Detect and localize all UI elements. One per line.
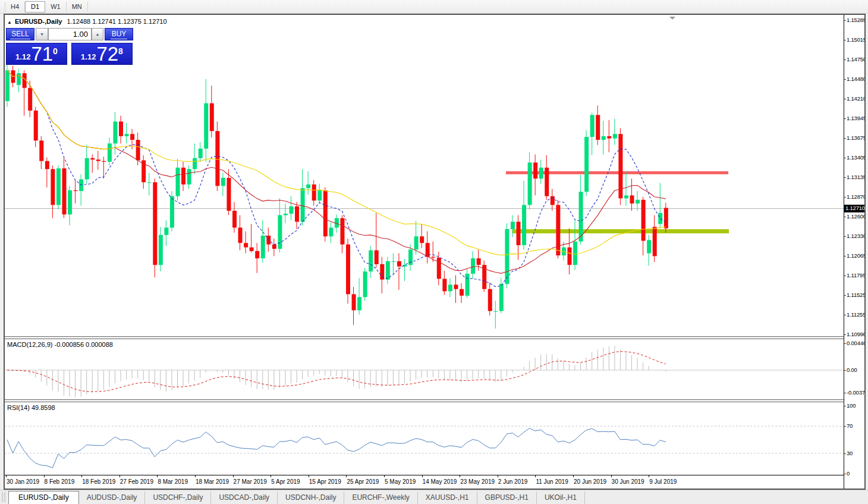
price-scale-label: 1.13945	[844, 115, 864, 123]
macd-label: MACD(12,26,9) -0.000856 0.000088	[7, 341, 113, 348]
chevron-down-icon: ▼	[40, 32, 44, 36]
time-axis-label: 5 May 2019	[385, 478, 416, 485]
sell-price-box[interactable]: 1.12 71 0	[6, 43, 67, 65]
time-axis-tick	[44, 475, 45, 477]
rsi-canvas[interactable]	[5, 402, 844, 475]
bid-price-tag: 1.12710	[844, 205, 864, 212]
rsi-scale-label: 100	[844, 402, 864, 410]
sell-button-label: SELL	[10, 29, 30, 39]
rsi-label: RSI(14) 49.8598	[7, 404, 55, 411]
buy-price-box[interactable]: 1.12 72 8	[71, 43, 133, 65]
price-scale-label: 1.13135	[844, 174, 864, 181]
timeframe-button-mn[interactable]: MN	[67, 2, 88, 12]
chart-tab-usdcad[interactable]: USDCAD-,Daily	[211, 492, 278, 504]
time-axis-tick	[346, 475, 347, 477]
price-scale-label: 1.12065	[844, 252, 864, 260]
rsi-line	[7, 428, 666, 468]
chart-tab-ukoil[interactable]: UKOil-,H1	[537, 492, 585, 504]
chart-tab-eurchf[interactable]: EURCHF-,Weekly	[344, 492, 417, 504]
timeframe-button-d1[interactable]: D1	[25, 1, 45, 12]
time-axis-tick	[157, 475, 158, 477]
macd-scale-label: 0.00	[844, 367, 864, 374]
timeframe-toolbar: H4D1W1MN	[0, 0, 868, 14]
timeframe-button-w1[interactable]: W1	[45, 2, 67, 12]
sell-price-pip: 0	[53, 46, 58, 56]
chart-shift-marker-icon	[669, 17, 675, 20]
price-scale-label: 1.13675	[844, 134, 864, 142]
price-scale-label: 1.15015	[844, 36, 864, 44]
price-scale-label: 1.14480	[844, 76, 864, 83]
time-axis-tick	[119, 475, 120, 477]
timeframe-button-h4[interactable]: H4	[5, 2, 25, 12]
sell-price-digits: 71	[31, 45, 53, 63]
macd-panel: MACD(12,26,9) -0.000856 0.000088	[5, 339, 844, 399]
sell-button[interactable]: SELL	[6, 28, 34, 40]
chart-ohlc-values: 1.12488 1.12741 1.12375 1.12710	[67, 18, 166, 25]
time-axis-tick	[535, 475, 536, 477]
time-axis-label: 23 May 2019	[460, 478, 495, 485]
price-scale-label: 1.11525	[844, 292, 864, 299]
volume-input[interactable]	[48, 28, 92, 40]
time-axis-tick	[6, 475, 7, 477]
price-scale-label: 1.10990	[844, 331, 864, 339]
rsi-panel: RSI(14) 49.8598	[5, 402, 844, 475]
time-axis-tick	[81, 475, 82, 477]
time-axis-tick	[573, 475, 574, 477]
time-axis-label: 15 Apr 2019	[309, 478, 341, 485]
one-click-trading-panel: SELL ▼ ▲ BUY 1.12 71 0 1.12 72 8	[6, 28, 137, 40]
price-panel: ▲EURUSD-,Daily1.12488 1.12741 1.12375 1.…	[5, 15, 844, 336]
price-scale-label: 1.11255	[844, 311, 864, 319]
price-scale[interactable]: 1.152851.150151.147501.144801.142101.139…	[844, 15, 864, 489]
time-axis-label: 8 Mar 2019	[158, 478, 188, 485]
chart-tab-xauusd[interactable]: XAUUSD-,H1	[418, 492, 477, 504]
trade-controls-row: SELL ▼ ▲ BUY	[6, 28, 137, 40]
time-axis-label: 30 Jan 2019	[7, 478, 39, 485]
sell-price-prefix: 1.12	[15, 52, 30, 61]
candles-layer	[5, 63, 668, 328]
time-axis-label: 18 Mar 2019	[196, 478, 229, 485]
buy-button-label: BUY	[111, 29, 128, 39]
time-axis-tick	[271, 475, 271, 477]
chevron-up-icon: ▲	[96, 32, 100, 36]
time-axis-label: 9 Jul 2019	[649, 478, 677, 485]
time-axis-tick	[649, 475, 649, 477]
buy-price-pip: 8	[118, 46, 123, 56]
time-axis-label: 30 Jun 2019	[612, 478, 644, 485]
volume-spinner-down-button[interactable]: ▼	[36, 28, 48, 40]
time-axis-label: 27 Feb 2019	[120, 478, 153, 485]
time-axis-tick	[498, 475, 498, 477]
chart-tab-usdcnh[interactable]: USDCNH-,Daily	[278, 492, 344, 504]
time-axis[interactable]: 30 Jan 20198 Feb 201918 Feb 201927 Feb 2…	[5, 475, 844, 489]
time-axis-label: 5 Apr 2019	[271, 478, 300, 485]
volume-spinner-up-button[interactable]: ▲	[92, 28, 103, 40]
buy-button[interactable]: BUY	[105, 28, 133, 40]
chart-tab-gbpusd[interactable]: GBPUSD-,H1	[477, 492, 537, 504]
time-axis-label: 8 Feb 2019	[45, 478, 75, 485]
time-axis-tick	[611, 475, 612, 477]
time-axis-label: 27 Mar 2019	[234, 478, 267, 485]
chart-window: ▲EURUSD-,Daily1.12488 1.12741 1.12375 1.…	[4, 14, 866, 490]
time-axis-tick	[384, 475, 385, 477]
price-scale-label: 1.12870	[844, 193, 864, 201]
tabbar-grip-icon	[2, 492, 5, 502]
price-scale-label: 1.12600	[844, 213, 864, 221]
price-scale-label: 1.15285	[844, 17, 864, 24]
time-axis-tick	[309, 475, 309, 477]
time-axis-tick	[233, 475, 234, 477]
collapse-arrow-icon[interactable]: ▲	[7, 20, 12, 25]
chart-tab-eurusd[interactable]: EURUSD-,Daily	[8, 491, 79, 504]
macd-canvas[interactable]	[5, 339, 844, 399]
time-axis-label: 11 Jun 2019	[536, 478, 568, 485]
time-axis-label: 18 Feb 2019	[82, 478, 115, 485]
time-axis-tick	[460, 475, 460, 477]
price-scale-label: 1.14750	[844, 56, 864, 64]
chart-tabs-bar: EURUSD-,DailyAUDUSD-,DailyUSDCHF-,DailyU…	[0, 490, 868, 504]
macd-scale-label: -0.003715	[844, 389, 864, 397]
rsi-scale-label: 0	[844, 470, 864, 478]
plots-column: ▲EURUSD-,Daily1.12488 1.12741 1.12375 1.…	[5, 15, 844, 489]
chart-tab-audusd[interactable]: AUDUSD-,Daily	[79, 492, 146, 504]
time-axis-tick	[422, 475, 423, 477]
time-axis-label: 25 Apr 2019	[347, 478, 379, 485]
chart-tab-usdchf[interactable]: USDCHF-,Daily	[145, 492, 211, 504]
chart-window-inner: ▲EURUSD-,Daily1.12488 1.12741 1.12375 1.…	[5, 15, 864, 489]
